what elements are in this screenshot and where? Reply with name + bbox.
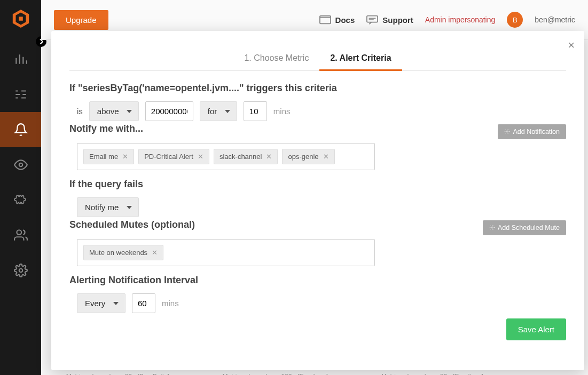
docs-link[interactable]: Docs — [319, 15, 355, 25]
notify-heading: Notify me with... — [69, 123, 143, 134]
sidebar-item-settings[interactable] — [0, 253, 41, 288]
svg-point-0 — [19, 163, 22, 167]
save-alert-button[interactable]: Save Alert — [506, 318, 566, 340]
bg-alert-card: Metric values above 80 - [Email me] — [381, 373, 483, 375]
app-logo — [11, 9, 31, 29]
sidebar-item-visibility[interactable] — [0, 147, 41, 182]
chip-label: slack-channel — [219, 153, 262, 161]
query-fail-select[interactable]: Notify me — [77, 197, 139, 217]
add-notification-button[interactable]: Add Notification — [498, 124, 566, 139]
bg-alert-card: Metric values above 100 - [Email me] — [222, 373, 327, 375]
support-link[interactable]: Support — [366, 15, 413, 25]
threshold-input[interactable] — [145, 101, 193, 121]
add-notification-label: Add Notification — [513, 128, 560, 135]
docs-icon — [319, 15, 331, 25]
notification-chip: ops-genie ✕ — [282, 149, 334, 164]
docs-label: Docs — [335, 15, 355, 25]
notification-chips[interactable]: Email me ✕ PD-Critical Alert ✕ slack-cha… — [77, 143, 375, 170]
svg-rect-4 — [367, 16, 378, 22]
svg-point-6 — [491, 227, 493, 228]
interval-heading: Alerting Notification Interval — [69, 275, 566, 286]
add-scheduled-mute-label: Add Scheduled Mute — [498, 224, 560, 232]
duration-input[interactable] — [244, 101, 267, 121]
tab-choose-metric[interactable]: 1. Choose Metric — [233, 47, 319, 71]
sidebar — [0, 0, 41, 375]
chip-remove-icon[interactable]: ✕ — [152, 249, 158, 257]
chip-label: ops-genie — [288, 153, 318, 161]
query-fail-heading: If the query fails — [69, 179, 566, 190]
sidebar-item-integrations[interactable] — [0, 182, 41, 218]
sidebar-item-alerts[interactable] — [0, 112, 41, 147]
is-label: is — [77, 107, 83, 116]
notification-chip: Email me ✕ — [83, 149, 134, 164]
chip-label: Mute on weekends — [89, 249, 147, 257]
upgrade-button[interactable]: Upgrade — [54, 10, 108, 30]
chip-remove-icon[interactable]: ✕ — [122, 153, 128, 161]
interval-value-input[interactable] — [132, 293, 155, 313]
interval-mode-select[interactable]: Every — [77, 293, 126, 313]
chip-label: PD-Critical Alert — [144, 153, 193, 161]
avatar[interactable]: B — [507, 12, 523, 28]
chip-remove-icon[interactable]: ✕ — [323, 153, 329, 161]
mutes-heading: Scheduled Mutes (optional) — [69, 219, 195, 230]
add-scheduled-mute-button[interactable]: Add Scheduled Mute — [483, 220, 566, 235]
svg-point-2 — [19, 269, 22, 273]
admin-impersonating[interactable]: Admin impersonating — [425, 15, 496, 24]
notification-chip: PD-Critical Alert ✕ — [138, 149, 209, 164]
sidebar-item-traces[interactable] — [0, 77, 41, 112]
svg-point-5 — [507, 131, 508, 132]
sidebar-item-users[interactable] — [0, 218, 41, 253]
chip-label: Email me — [89, 153, 118, 161]
modal-tabs: 1. Choose Metric 2. Alert Criteria — [69, 31, 566, 71]
close-button[interactable]: × — [568, 38, 575, 52]
criteria-row: is above for mins — [69, 101, 566, 121]
user-email: ben@metric — [535, 15, 575, 24]
notification-chip: slack-channel ✕ — [214, 149, 278, 164]
sidebar-item-metrics[interactable] — [0, 42, 41, 77]
gear-icon — [489, 225, 495, 230]
tab-alert-criteria[interactable]: 2. Alert Criteria — [319, 47, 402, 71]
comparator-select[interactable]: above — [89, 101, 139, 121]
gear-icon — [504, 129, 510, 134]
criteria-heading: If "seriesByTag('name=opentel.jvm...." t… — [69, 83, 566, 94]
alert-criteria-modal: × 1. Choose Metric 2. Alert Criteria If … — [51, 31, 584, 370]
support-icon — [366, 15, 378, 25]
bg-alert-card: Metric values above 90 - [Ben Potts] — [66, 373, 169, 375]
topbar-right: Docs Support Admin impersonating B ben@m… — [319, 12, 575, 28]
svg-point-1 — [17, 230, 21, 235]
support-label: Support — [382, 15, 413, 25]
duration-unit: mins — [273, 107, 291, 116]
chip-remove-icon[interactable]: ✕ — [198, 153, 203, 161]
interval-unit: mins — [162, 299, 179, 308]
duration-mode-select[interactable]: for — [200, 101, 237, 121]
mute-chips[interactable]: Mute on weekends ✕ — [77, 239, 375, 266]
mute-chip: Mute on weekends ✕ — [83, 245, 163, 260]
chip-remove-icon[interactable]: ✕ — [266, 153, 272, 161]
